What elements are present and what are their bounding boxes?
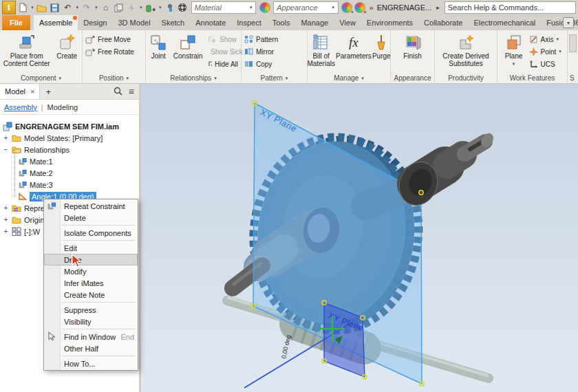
tab-assembly-view[interactable]: Assembly — [4, 103, 37, 111]
tree-item-mate1[interactable]: Mate:1 — [0, 155, 139, 167]
menu-item-other-half[interactable]: Other Half — [44, 342, 138, 354]
tab-environments[interactable]: Environments — [361, 15, 418, 30]
collapse-icon[interactable]: − — [3, 146, 9, 153]
undo-caret-icon[interactable]: ▾ — [75, 5, 80, 10]
menu-item-visibility[interactable]: Visibility — [44, 316, 138, 327]
panel-label-component[interactable]: Component▾ — [0, 73, 82, 83]
render-icon[interactable] — [177, 2, 189, 14]
parameters-button[interactable]: fx Parameters — [336, 32, 371, 60]
tree-item-mate2[interactable]: Mate:2 — [0, 167, 139, 179]
expander-icon[interactable]: + — [3, 204, 9, 212]
tab-tools[interactable]: Tools — [267, 15, 296, 30]
panel-label-position[interactable]: Position▾ — [83, 73, 145, 83]
expander-icon[interactable]: + — [3, 134, 9, 142]
mirror-icon — [244, 47, 253, 56]
open-icon[interactable] — [36, 2, 47, 14]
menu-item-isolate-components[interactable]: Isolate Components — [44, 227, 138, 239]
panel-label-relationships[interactable]: Relationships▾ — [146, 73, 241, 83]
expander-icon[interactable]: + — [3, 228, 9, 235]
inventor-logo-icon[interactable]: I — [2, 1, 16, 14]
appearance-combo[interactable]: Appearance▾ — [273, 1, 339, 14]
tree-item-relationships[interactable]: − Relationships — [0, 144, 139, 155]
tab-modeling-view[interactable]: Modeling — [47, 103, 78, 111]
finish-button[interactable]: Finish — [398, 32, 428, 60]
adjust-appearance-icon[interactable]: + — [341, 2, 353, 14]
create-button[interactable]: Create — [53, 32, 81, 60]
browser-menu-icon[interactable]: ≡ — [129, 86, 134, 97]
tab-view[interactable]: View — [334, 15, 361, 30]
plane-button[interactable]: Plane ▾ — [502, 32, 526, 67]
menu-item-suppress[interactable]: Suppress — [44, 304, 138, 316]
tab-file[interactable]: File — [2, 15, 30, 30]
tab-3d-model[interactable]: 3D Model — [113, 15, 156, 30]
home-icon[interactable]: ⌂ — [100, 2, 111, 14]
material-combo[interactable]: Material▾ — [191, 1, 257, 14]
axis-button[interactable]: Axis▾ — [528, 33, 564, 45]
qat-overflow-icon[interactable]: » — [370, 3, 374, 12]
bill-of-materials-button[interactable]: Bill of Materials — [307, 32, 335, 67]
menu-item-create-note[interactable]: Create Note — [44, 289, 138, 301]
material-caret-icon[interactable]: ▾ — [248, 5, 253, 10]
mirror-button[interactable]: Mirror — [243, 45, 279, 58]
browser-search-icon[interactable] — [114, 87, 122, 97]
tab-sketch[interactable]: Sketch — [156, 15, 191, 30]
show-button: Show — [206, 33, 239, 45]
menu-item-drive[interactable]: Drive — [44, 254, 138, 265]
close-browser-icon[interactable]: × — [30, 87, 34, 96]
menu-item-edit[interactable]: Edit — [44, 242, 138, 254]
menu-item-infer-imates[interactable]: Infer iMates — [44, 277, 138, 289]
menu-item-how-to[interactable]: How To... — [44, 358, 138, 369]
tree-item-model-states[interactable]: + Model States: [Primary] — [0, 132, 139, 144]
iproperties-icon[interactable] — [113, 2, 125, 14]
undo-icon[interactable]: ↶ — [62, 2, 74, 14]
new-file-icon[interactable] — [17, 2, 29, 14]
menu-item-repeat-constraint[interactable]: Repeat Constraint — [44, 200, 138, 212]
copy-button[interactable]: Copy — [243, 58, 279, 70]
tree-item-mate3[interactable]: Mate:3 — [0, 179, 139, 190]
tree-item-root[interactable]: ENGRENAGEM SEM FIM.iam — [0, 120, 139, 132]
save-icon[interactable] — [49, 2, 61, 14]
panel-label-manage[interactable]: Manage▾ — [308, 73, 390, 83]
tab-electromechanical[interactable]: Electromechanical — [468, 15, 541, 30]
create-derived-substitutes-button[interactable]: Create Derived Substitutes — [438, 32, 493, 67]
free-rotate-button[interactable]: Free Rotate — [84, 45, 136, 58]
tab-design[interactable]: Design — [78, 15, 112, 30]
measure-icon[interactable] — [145, 2, 157, 14]
expander-icon[interactable]: + — [3, 216, 9, 224]
appearance-caret-icon[interactable]: ▾ — [330, 5, 335, 10]
pattern-button[interactable]: Pattern — [243, 33, 279, 45]
tab-assemble[interactable]: Assemble — [34, 15, 78, 30]
eyedropper-icon[interactable] — [164, 2, 175, 14]
find-pointer-icon — [47, 331, 56, 342]
tab-inspect[interactable]: Inspect — [231, 15, 266, 30]
joint-icon — [149, 33, 167, 52]
menu-item-modify[interactable]: Modify — [44, 265, 138, 277]
graphics-viewport[interactable]: XY Plane XY — [141, 84, 578, 392]
hide-all-button[interactable]: Hide All — [206, 58, 239, 70]
free-move-button[interactable]: Free Move — [84, 33, 136, 45]
tab-annotate[interactable]: Annotate — [190, 15, 231, 30]
menu-item-find-in-window[interactable]: Find in Window End — [44, 331, 138, 342]
material-wheel-icon[interactable] — [259, 2, 270, 14]
ribbon-display-options-icon[interactable]: ▾ — [563, 17, 574, 28]
new-file-caret-icon[interactable]: ▾ — [30, 5, 35, 10]
add-browser-tab-icon[interactable]: + — [40, 87, 56, 97]
browser-tab-model[interactable]: Model × — [0, 84, 40, 99]
tab-manage[interactable]: Manage — [295, 15, 334, 30]
constrain-button[interactable]: Constrain — [171, 32, 205, 60]
clear-appearance-icon[interactable]: × — [354, 2, 366, 14]
ucs-button[interactable]: UCS — [528, 58, 564, 70]
tab-collaborate[interactable]: Collaborate — [418, 15, 468, 30]
browser-view-tabs: Assembly | Modeling — [0, 100, 139, 115]
panel-label-pattern[interactable]: Pattern▾ — [242, 73, 307, 83]
search-input[interactable] — [445, 1, 576, 14]
place-from-content-center-button[interactable]: Place from Content Center — [1, 32, 52, 67]
title-arrow-icon[interactable]: ▸ — [436, 4, 440, 11]
point-button[interactable]: Point▾ — [528, 45, 564, 58]
purge-button[interactable]: Purge — [372, 32, 391, 60]
show-icon — [208, 35, 217, 43]
menu-item-delete[interactable]: Delete — [44, 212, 138, 224]
panel-position: Free Move Free Rotate Position▾ — [83, 30, 146, 83]
joint-button[interactable]: Joint — [147, 32, 169, 60]
measure-caret-icon[interactable]: ▾ — [158, 5, 162, 10]
